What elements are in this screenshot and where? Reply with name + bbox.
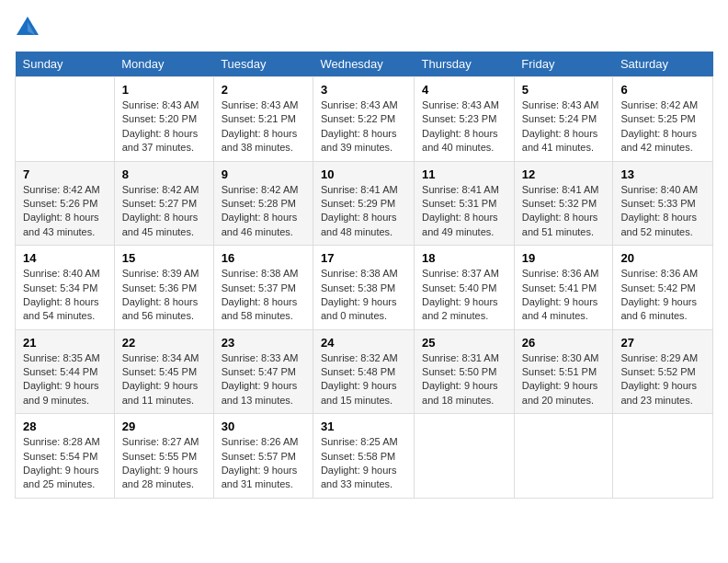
- day-number: 17: [321, 251, 406, 265]
- calendar-cell: 24Sunrise: 8:32 AMSunset: 5:48 PMDayligh…: [313, 329, 414, 414]
- day-number: 21: [23, 336, 107, 350]
- day-number: 12: [522, 167, 606, 181]
- calendar-cell: 17Sunrise: 8:38 AMSunset: 5:38 PMDayligh…: [313, 246, 414, 330]
- day-info: Sunrise: 8:40 AMSunset: 5:33 PMDaylight:…: [620, 183, 705, 240]
- day-info: Sunrise: 8:32 AMSunset: 5:48 PMDaylight:…: [321, 351, 406, 408]
- day-number: 1: [122, 83, 206, 97]
- calendar-cell: 12Sunrise: 8:41 AMSunset: 5:32 PMDayligh…: [514, 161, 613, 246]
- calendar-cell: 25Sunrise: 8:31 AMSunset: 5:50 PMDayligh…: [415, 329, 515, 414]
- day-info: Sunrise: 8:43 AMSunset: 5:24 PMDaylight:…: [522, 98, 606, 155]
- day-number: 3: [321, 83, 406, 97]
- day-number: 15: [122, 251, 206, 265]
- weekday-header-wednesday: Wednesday: [313, 52, 414, 77]
- day-number: 31: [321, 419, 406, 433]
- calendar-cell: 2Sunrise: 8:43 AMSunset: 5:21 PMDaylight…: [213, 77, 313, 162]
- page-header: [15, 15, 713, 40]
- calendar-cell: 4Sunrise: 8:43 AMSunset: 5:23 PMDaylight…: [415, 77, 515, 162]
- day-number: 5: [522, 83, 606, 97]
- day-number: 2: [222, 83, 305, 97]
- day-number: 24: [321, 336, 406, 350]
- day-number: 30: [222, 419, 305, 433]
- weekday-header-saturday: Saturday: [613, 52, 713, 77]
- day-number: 27: [620, 336, 705, 350]
- day-info: Sunrise: 8:43 AMSunset: 5:23 PMDaylight:…: [422, 98, 506, 155]
- calendar-cell: 19Sunrise: 8:36 AMSunset: 5:41 PMDayligh…: [514, 246, 613, 330]
- calendar-cell: [16, 77, 115, 162]
- day-number: 16: [222, 251, 305, 265]
- calendar-cell: 23Sunrise: 8:33 AMSunset: 5:47 PMDayligh…: [213, 329, 313, 414]
- day-info: Sunrise: 8:28 AMSunset: 5:54 PMDaylight:…: [23, 435, 107, 492]
- day-number: 14: [23, 251, 107, 265]
- calendar-cell: 3Sunrise: 8:43 AMSunset: 5:22 PMDaylight…: [313, 77, 414, 162]
- day-number: 29: [122, 419, 206, 433]
- day-info: Sunrise: 8:42 AMSunset: 5:27 PMDaylight:…: [122, 183, 206, 240]
- calendar-cell: 5Sunrise: 8:43 AMSunset: 5:24 PMDaylight…: [514, 77, 613, 162]
- day-info: Sunrise: 8:40 AMSunset: 5:34 PMDaylight:…: [23, 267, 107, 324]
- weekday-header-sunday: Sunday: [16, 52, 115, 77]
- day-number: 10: [321, 167, 406, 181]
- calendar-cell: 16Sunrise: 8:38 AMSunset: 5:37 PMDayligh…: [213, 246, 313, 330]
- calendar-cell: [613, 414, 713, 499]
- day-info: Sunrise: 8:35 AMSunset: 5:44 PMDaylight:…: [23, 351, 107, 408]
- day-info: Sunrise: 8:34 AMSunset: 5:45 PMDaylight:…: [122, 351, 206, 408]
- day-number: 25: [422, 336, 506, 350]
- day-info: Sunrise: 8:42 AMSunset: 5:28 PMDaylight:…: [222, 183, 305, 240]
- calendar-cell: 27Sunrise: 8:29 AMSunset: 5:52 PMDayligh…: [613, 329, 713, 414]
- calendar-cell: 11Sunrise: 8:41 AMSunset: 5:31 PMDayligh…: [415, 161, 515, 246]
- calendar-cell: 21Sunrise: 8:35 AMSunset: 5:44 PMDayligh…: [16, 329, 115, 414]
- day-number: 4: [422, 83, 506, 97]
- calendar-cell: [514, 414, 613, 499]
- calendar-cell: 30Sunrise: 8:26 AMSunset: 5:57 PMDayligh…: [213, 414, 313, 499]
- calendar-cell: 28Sunrise: 8:28 AMSunset: 5:54 PMDayligh…: [16, 414, 115, 499]
- day-info: Sunrise: 8:43 AMSunset: 5:20 PMDaylight:…: [122, 98, 206, 155]
- weekday-header-tuesday: Tuesday: [213, 52, 313, 77]
- day-info: Sunrise: 8:43 AMSunset: 5:22 PMDaylight:…: [321, 98, 406, 155]
- day-info: Sunrise: 8:38 AMSunset: 5:38 PMDaylight:…: [321, 267, 406, 324]
- day-number: 18: [422, 251, 506, 265]
- logo: [15, 15, 44, 40]
- day-number: 26: [522, 336, 606, 350]
- logo-icon: [15, 15, 40, 40]
- day-info: Sunrise: 8:43 AMSunset: 5:21 PMDaylight:…: [222, 98, 305, 155]
- calendar-cell: 15Sunrise: 8:39 AMSunset: 5:36 PMDayligh…: [114, 246, 213, 330]
- calendar-cell: 22Sunrise: 8:34 AMSunset: 5:45 PMDayligh…: [114, 329, 213, 414]
- day-info: Sunrise: 8:27 AMSunset: 5:55 PMDaylight:…: [122, 435, 206, 492]
- day-info: Sunrise: 8:38 AMSunset: 5:37 PMDaylight:…: [222, 267, 305, 324]
- calendar-cell: 6Sunrise: 8:42 AMSunset: 5:25 PMDaylight…: [613, 77, 713, 162]
- day-number: 8: [122, 167, 206, 181]
- calendar-cell: 9Sunrise: 8:42 AMSunset: 5:28 PMDaylight…: [213, 161, 313, 246]
- day-number: 9: [222, 167, 305, 181]
- day-number: 23: [222, 336, 305, 350]
- day-info: Sunrise: 8:41 AMSunset: 5:29 PMDaylight:…: [321, 183, 406, 240]
- day-number: 20: [620, 251, 705, 265]
- day-number: 6: [620, 83, 705, 97]
- calendar-cell: 29Sunrise: 8:27 AMSunset: 5:55 PMDayligh…: [114, 414, 213, 499]
- day-info: Sunrise: 8:42 AMSunset: 5:25 PMDaylight:…: [620, 98, 705, 155]
- calendar-cell: 20Sunrise: 8:36 AMSunset: 5:42 PMDayligh…: [613, 246, 713, 330]
- weekday-header-friday: Friday: [514, 52, 613, 77]
- day-number: 19: [522, 251, 606, 265]
- weekday-header-thursday: Thursday: [415, 52, 515, 77]
- day-number: 28: [23, 419, 107, 433]
- calendar-cell: 13Sunrise: 8:40 AMSunset: 5:33 PMDayligh…: [613, 161, 713, 246]
- day-number: 11: [422, 167, 506, 181]
- day-info: Sunrise: 8:42 AMSunset: 5:26 PMDaylight:…: [23, 183, 107, 240]
- calendar-cell: 14Sunrise: 8:40 AMSunset: 5:34 PMDayligh…: [16, 246, 115, 330]
- calendar-cell: 18Sunrise: 8:37 AMSunset: 5:40 PMDayligh…: [415, 246, 515, 330]
- calendar-cell: 31Sunrise: 8:25 AMSunset: 5:58 PMDayligh…: [313, 414, 414, 499]
- day-info: Sunrise: 8:25 AMSunset: 5:58 PMDaylight:…: [321, 435, 406, 492]
- calendar-cell: 8Sunrise: 8:42 AMSunset: 5:27 PMDaylight…: [114, 161, 213, 246]
- calendar-cell: 7Sunrise: 8:42 AMSunset: 5:26 PMDaylight…: [16, 161, 115, 246]
- day-info: Sunrise: 8:41 AMSunset: 5:32 PMDaylight:…: [522, 183, 606, 240]
- day-info: Sunrise: 8:41 AMSunset: 5:31 PMDaylight:…: [422, 183, 506, 240]
- day-info: Sunrise: 8:30 AMSunset: 5:51 PMDaylight:…: [522, 351, 606, 408]
- calendar-cell: [415, 414, 515, 499]
- day-number: 13: [620, 167, 705, 181]
- day-info: Sunrise: 8:33 AMSunset: 5:47 PMDaylight:…: [222, 351, 305, 408]
- day-info: Sunrise: 8:26 AMSunset: 5:57 PMDaylight:…: [222, 435, 305, 492]
- weekday-header-monday: Monday: [114, 52, 213, 77]
- calendar-cell: 26Sunrise: 8:30 AMSunset: 5:51 PMDayligh…: [514, 329, 613, 414]
- calendar-cell: 10Sunrise: 8:41 AMSunset: 5:29 PMDayligh…: [313, 161, 414, 246]
- day-info: Sunrise: 8:36 AMSunset: 5:41 PMDaylight:…: [522, 267, 606, 324]
- calendar-table: SundayMondayTuesdayWednesdayThursdayFrid…: [15, 52, 713, 499]
